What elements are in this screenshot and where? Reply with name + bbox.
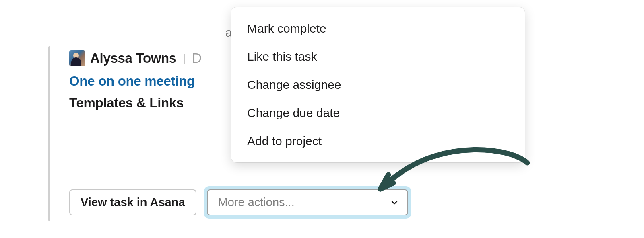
message-indent-bar: [48, 46, 50, 221]
section-title: Templates & Links: [69, 95, 202, 111]
task-title-link[interactable]: One on one meeting: [69, 74, 202, 89]
more-actions-highlight: More actions...: [204, 186, 411, 219]
header-divider: |: [183, 52, 186, 65]
due-date-partial: D: [192, 51, 202, 66]
menu-item-add-to-project[interactable]: Add to project: [231, 127, 525, 155]
action-buttons-row: View task in Asana More actions...: [69, 186, 411, 219]
view-task-button[interactable]: View task in Asana: [69, 189, 196, 215]
more-actions-dropdown[interactable]: More actions...: [207, 189, 408, 215]
avatar[interactable]: [69, 50, 85, 66]
task-card: Alyssa Towns | D One on one meeting Temp…: [69, 50, 202, 111]
menu-item-change-due-date[interactable]: Change due date: [231, 99, 525, 127]
more-actions-menu: Mark complete Like this task Change assi…: [231, 7, 525, 162]
menu-item-like-task[interactable]: Like this task: [231, 43, 525, 71]
assignee-name[interactable]: Alyssa Towns: [90, 51, 176, 66]
chevron-down-icon: [390, 199, 398, 207]
more-actions-label: More actions...: [218, 196, 295, 209]
menu-item-mark-complete[interactable]: Mark complete: [231, 14, 525, 43]
menu-item-change-assignee[interactable]: Change assignee: [231, 71, 525, 99]
